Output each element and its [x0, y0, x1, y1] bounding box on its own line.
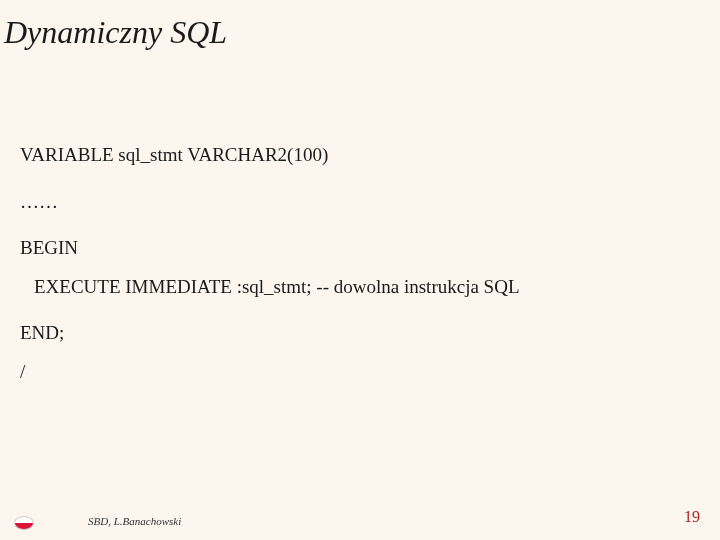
footer-left: [14, 516, 40, 530]
flag-icon: [14, 516, 34, 530]
code-line-5: END;: [20, 319, 720, 348]
page-number: 19: [684, 508, 700, 526]
code-line-6: /: [20, 358, 720, 387]
slide-title: Dynamiczny SQL: [0, 0, 720, 51]
author-text: SBD, L.Banachowski: [88, 515, 181, 527]
code-block: VARIABLE sql_stmt VARCHAR2(100) …… BEGIN…: [0, 51, 720, 386]
code-line-1: VARIABLE sql_stmt VARCHAR2(100): [20, 141, 720, 170]
code-line-3: BEGIN: [20, 234, 720, 263]
code-line-4: EXECUTE IMMEDIATE :sql_stmt; -- dowolna …: [20, 273, 720, 302]
code-line-2: ……: [20, 188, 720, 217]
footer: SBD, L.Banachowski 19: [0, 500, 720, 530]
